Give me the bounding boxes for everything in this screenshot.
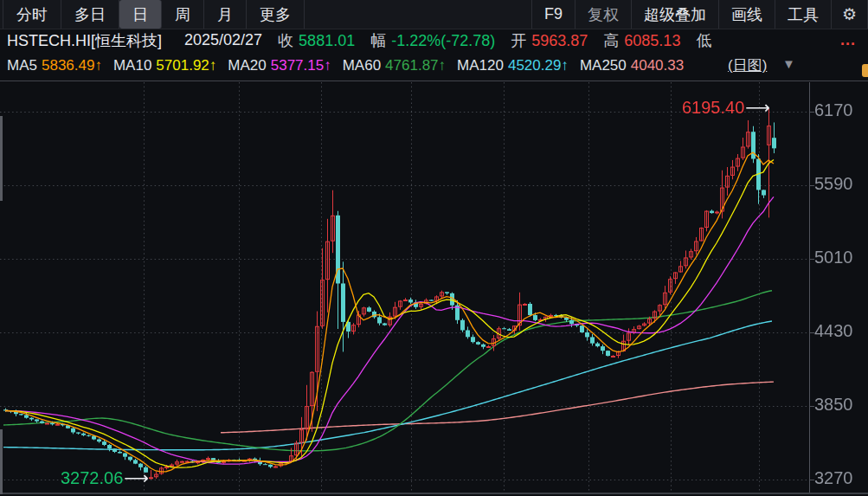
gear-icon[interactable]: ⚙ [831,0,868,29]
ma-value-MA10: 5701.92↑ [156,57,216,74]
quote-field-幅: 幅-1.22%(-72.78) [370,30,495,51]
ma-label-MA5: MA5 [7,57,37,74]
period-high-value: 6195.40 [682,98,744,118]
quote-field-开: 开5963.87 [511,30,588,51]
ma-value-MA5: 5836.49↑ [42,57,102,74]
quote-field-高: 高6085.13 [603,30,680,51]
quote-field-value: 6085.13 [624,32,680,49]
right-arrow-icon: ⟶ [745,97,770,118]
right-arrow-icon: ⟶ [124,467,149,488]
tab-日[interactable]: 日 [119,0,162,29]
y-axis-tick-label: 3270 [814,468,853,488]
overflow-ellipsis: ... [840,31,856,49]
ma-label-MA10: MA10 [113,57,151,74]
y-axis-tick-label: 5590 [814,174,853,194]
y-axis-tick-label: 3850 [814,395,853,415]
tab-周[interactable]: 周 [162,0,204,29]
toolbar-right: F9复权超级叠加画线工具⚙ [531,0,868,29]
quote-field-label: 开 [511,32,526,49]
price-chart-canvas[interactable] [0,81,868,496]
toolbar-button-工具[interactable]: 工具 [775,0,831,29]
tab-月[interactable]: 月 [204,0,247,29]
ma-label-MA120: MA120 [457,57,504,74]
ma-value-MA120: 4520.29↑ [508,57,569,74]
chart-area [0,81,868,494]
period-low-value: 3272.06 [61,468,123,488]
toolbar-button-画线[interactable]: 画线 [718,0,775,29]
chart-period-selector[interactable]: (日图) [728,55,767,75]
quote-field-label: 低 [696,32,711,49]
trade-date: 2025/02/27 [184,31,262,49]
quote-field-label: 收 [278,32,293,49]
ma-label-MA20: MA20 [228,57,266,74]
quote-field-低: 低 [696,30,717,51]
quote-field-value: -1.22%(-72.78) [391,32,495,49]
top-toolbar: 分时多日日周月更多 F9复权超级叠加画线工具⚙ [0,0,868,29]
truncated-edge-button[interactable] [862,64,868,77]
symbol-name: HSTECH.HI[恒生科技] [7,30,162,51]
tab-分时[interactable]: 分时 [3,0,61,29]
ma-value-MA20: 5377.15↑ [271,57,331,74]
quote-field-value: 5963.87 [531,32,588,49]
ma-label-MA250: MA250 [580,57,627,74]
y-axis-tick-label: 6170 [814,100,853,120]
period-low-annotation: 3272.06 ⟶ [61,467,149,488]
toolbar-button-复权[interactable]: 复权 [575,0,631,29]
toolbar-button-F9[interactable]: F9 [531,0,575,29]
quote-info-bar: HSTECH.HI[恒生科技] 2025/02/27 收5881.01幅-1.2… [0,29,868,52]
quote-field-value: 5881.01 [299,32,355,49]
ma-value-MA250: 4040.33 [631,57,684,74]
quote-field-label: 幅 [370,32,386,49]
period-tabs: 分时多日日周月更多 [3,0,305,29]
period-high-annotation: 6195.40 ⟶ [682,97,770,118]
ma-value-MA60: 4761.87↑ [385,57,446,74]
ma-label-MA60: MA60 [343,57,381,74]
quote-field-收: 收5881.01 [278,30,355,51]
quote-field-label: 高 [603,32,619,49]
tab-更多[interactable]: 更多 [247,0,305,29]
tab-多日[interactable]: 多日 [61,0,119,29]
chevron-down-icon[interactable]: ▼ [782,56,795,71]
y-axis-tick-label: 4430 [814,321,853,341]
quote-fields: 收5881.01幅-1.22%(-72.78)开5963.87高6085.13低 [262,30,717,51]
y-axis-tick-label: 5010 [814,248,853,267]
toolbar-button-超级叠加[interactable]: 超级叠加 [631,0,718,29]
